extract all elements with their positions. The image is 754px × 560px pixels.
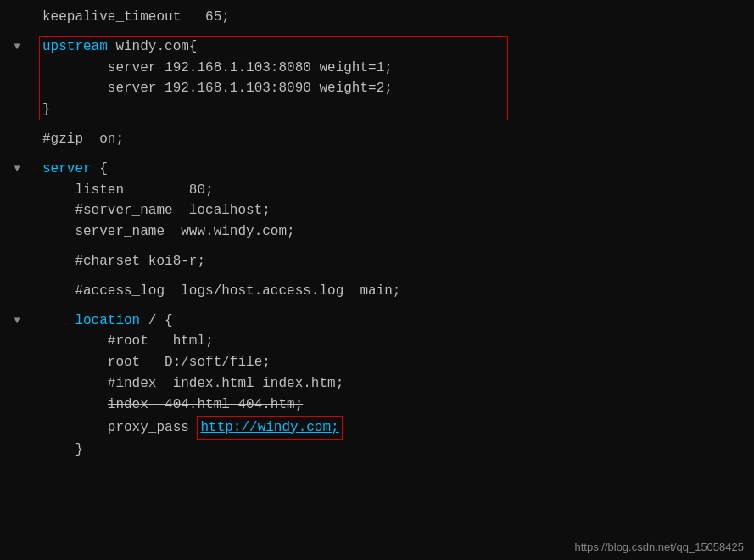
line-server-name-comment: #server_name localhost; bbox=[42, 200, 754, 221]
line-server-block: ▼ server { bbox=[42, 159, 754, 180]
status-url: https://blog.csdn.net/qq_15058425 bbox=[575, 540, 745, 553]
blank-line-1 bbox=[42, 28, 754, 36]
code-lines: keepalive_timeout 65; ▼ upstream windy.c… bbox=[0, 0, 754, 468]
line-access-log: #access_log logs/host.access.log main; bbox=[42, 281, 754, 302]
status-bar: https://blog.csdn.net/qq_15058425 bbox=[575, 540, 745, 553]
line-listen: listen 80; bbox=[42, 180, 754, 201]
proxy-pass-url: http://windy.com; bbox=[197, 416, 342, 440]
blank-line-5 bbox=[42, 272, 754, 281]
line-upstream: ▼ upstream windy.com{ bbox=[42, 36, 712, 58]
fold-location[interactable]: ▼ bbox=[10, 314, 24, 328]
line-keepalive: keepalive_timeout 65; bbox=[42, 7, 754, 28]
line-server2: server 192.168.1.103:8090 weight=2; bbox=[42, 78, 712, 99]
line-upstream-close: } bbox=[42, 99, 712, 120]
line-location-close: } bbox=[42, 440, 754, 461]
fold-upstream[interactable]: ▼ bbox=[10, 40, 24, 53]
blank-line-4 bbox=[42, 243, 754, 251]
blank-line-3 bbox=[42, 150, 754, 159]
code-editor: keepalive_timeout 65; ▼ upstream windy.c… bbox=[0, 0, 754, 560]
line-root: root D:/soft/file; bbox=[42, 352, 754, 373]
blank-line-6 bbox=[42, 302, 754, 311]
line-server-name: server_name www.windy.com; bbox=[42, 221, 754, 243]
fold-server[interactable]: ▼ bbox=[10, 162, 24, 176]
line-root-comment: #root html; bbox=[42, 331, 754, 352]
blank-line-2 bbox=[42, 120, 754, 129]
upstream-block: ▼ upstream windy.com{ server 192.168.1.1… bbox=[42, 36, 712, 120]
line-index-404: index 404.html 404.htm; bbox=[42, 395, 754, 416]
line-charset: #charset koi8-r; bbox=[42, 251, 754, 272]
line-gzip: #gzip on; bbox=[42, 129, 754, 150]
line-server1: server 192.168.1.103:8080 weight=1; bbox=[42, 58, 712, 79]
line-index-comment: #index index.html index.htm; bbox=[42, 373, 754, 395]
proxy-url-text: http://windy.com; bbox=[200, 420, 338, 435]
line-proxy-pass: proxy_pass http://windy.com; bbox=[42, 416, 754, 440]
line-location: ▼ location / { bbox=[42, 311, 754, 332]
